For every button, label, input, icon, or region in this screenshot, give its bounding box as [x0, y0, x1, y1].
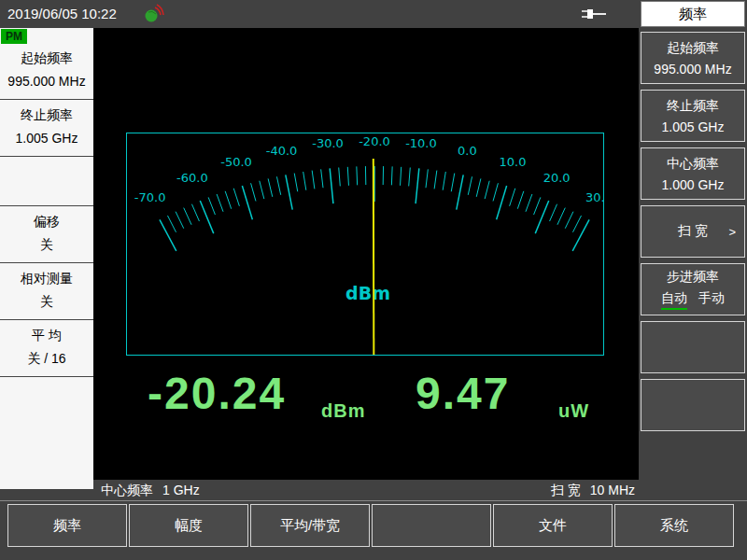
gauge-tick — [476, 178, 481, 196]
gauge-tick — [191, 204, 199, 221]
param-value: 关 — [0, 294, 93, 310]
meter-display: -70.0-60.0-50.0-40.0-30.0-20.0-10.00.010… — [93, 28, 639, 480]
softkey-stop-frequency[interactable]: 终止频率 1.005 GHz — [641, 90, 745, 142]
gauge-tick — [409, 167, 411, 186]
gauge-tick — [401, 167, 402, 186]
gauge-tick — [176, 212, 184, 229]
satellite-icon — [143, 4, 165, 24]
gauge-tick — [485, 181, 489, 199]
gauge-tick — [557, 208, 565, 225]
softkey-step-frequency[interactable]: 步进频率 自动 手动 — [641, 263, 745, 315]
gauge-tick — [510, 189, 515, 206]
gauge-tick — [321, 169, 323, 188]
gauge-tick — [233, 189, 239, 206]
param-label: 终止频率 — [0, 107, 93, 123]
analog-meter: -70.0-60.0-50.0-40.0-30.0-20.0-10.00.010… — [126, 133, 604, 356]
param-label: 偏移 — [0, 214, 93, 230]
meter-unit-label: dBm — [345, 283, 390, 303]
gauge-tick-label: -60.0 — [176, 171, 208, 185]
param-row-relative: 相对测量 关 — [0, 263, 93, 320]
softkey-blank-1[interactable] — [641, 321, 745, 373]
gauge-tick — [357, 166, 358, 185]
mode-badge-pm: PM — [1, 29, 27, 44]
gauge-tick — [443, 172, 445, 190]
gauge-tick — [217, 194, 223, 212]
step-auto-option[interactable]: 自动 — [661, 290, 687, 310]
bottom-bar-divider — [0, 500, 747, 501]
param-value: 关 — [0, 237, 93, 253]
gauge-tick — [251, 183, 256, 201]
dbm-unit-label: dBm — [321, 401, 365, 420]
gauge-tick — [167, 216, 176, 232]
gauge-tick-label: -40.0 — [266, 144, 298, 158]
gauge-tick — [391, 166, 392, 185]
softkey-start-frequency[interactable]: 起始频率 995.000 MHz — [641, 32, 745, 84]
gauge-tick — [434, 171, 437, 189]
gauge-tick — [572, 216, 581, 232]
softkey-value: 995.000 MHz — [654, 62, 731, 77]
power-reading-dbm: -20.24 — [148, 371, 286, 416]
softkey-value: 1.005 GHz — [662, 119, 725, 134]
datetime-text: 2019/06/05 10:22 — [7, 6, 117, 21]
gauge-tick — [294, 174, 298, 192]
gauge-tick — [208, 197, 215, 215]
gauge-tick-label: -50.0 — [220, 155, 252, 169]
param-row-stop-freq: 终止频率 1.005 GHz — [0, 100, 93, 157]
power-plug-icon — [579, 7, 609, 21]
gauge-tick — [534, 197, 541, 215]
menu-button-frequency[interactable]: 频率 — [7, 504, 127, 547]
step-manual-option[interactable]: 手动 — [698, 290, 725, 310]
softkey-label: 中心频率 — [667, 156, 719, 173]
softkey-value: 1.000 GHz — [662, 177, 725, 192]
span-status: 扫 宽10 MHz — [551, 483, 635, 499]
gauge-tick — [268, 178, 273, 196]
gauge-tick — [451, 174, 455, 192]
param-row-average: 平 均 关 / 16 — [0, 320, 93, 377]
gauge-tick — [184, 208, 191, 225]
menu-button-blank[interactable] — [372, 504, 491, 547]
menu-button-system[interactable]: 系统 — [614, 504, 734, 547]
gauge-tick — [457, 175, 463, 209]
top-status-bar: 2019/06/05 10:22 — [0, 0, 641, 28]
softkey-span[interactable]: 扫 宽 > — [641, 205, 745, 258]
gauge-tick — [312, 171, 315, 189]
status-row: 中心频率1 GHz 扫 宽10 MHz — [93, 480, 639, 500]
section-divider-gap — [0, 157, 93, 206]
gauge-tick — [242, 186, 252, 219]
meter-svg: -70.0-60.0-50.0-40.0-30.0-20.0-10.00.010… — [127, 133, 603, 355]
gauge-tick — [565, 212, 573, 229]
param-value: 995.000 MHz — [0, 74, 93, 90]
gauge-tick-label: -10.0 — [405, 136, 437, 150]
param-label: 平 均 — [0, 328, 93, 343]
gauge-tick-label: 20.0 — [543, 171, 571, 185]
gauge-tick — [426, 169, 428, 188]
gauge-tick — [260, 181, 264, 199]
gauge-tick — [276, 176, 280, 195]
gauge-tick — [347, 167, 348, 186]
menu-button-amplitude[interactable]: 幅度 — [129, 504, 248, 547]
param-label: 起始频率 — [0, 50, 93, 66]
gauge-tick — [286, 175, 292, 209]
gauge-tick — [468, 176, 472, 195]
span-label: 扫 宽 — [551, 483, 581, 497]
softkey-center-frequency[interactable]: 中心频率 1.000 GHz — [641, 147, 745, 200]
softkey-label: 起始频率 — [667, 40, 719, 57]
menu-button-file[interactable]: 文件 — [493, 504, 613, 547]
center-frequency-status: 中心频率1 GHz — [101, 483, 200, 499]
gauge-tick — [416, 168, 419, 203]
gauge-tick-label: 10.0 — [500, 155, 527, 169]
menu-button-average-bandwidth[interactable]: 平均/带宽 — [250, 504, 370, 547]
param-label: 相对测量 — [0, 271, 93, 287]
gauge-tick-label: 30.0 — [585, 190, 603, 204]
gauge-tick-label: -30.0 — [312, 136, 344, 150]
gauge-tick-label: 0.0 — [458, 144, 477, 158]
param-value: 1.005 GHz — [0, 131, 93, 147]
measurement-settings-panel: PM 起始频率 995.000 MHz 终止频率 1.005 GHz 偏移 关 … — [0, 28, 93, 489]
chevron-right-icon: > — [728, 225, 736, 239]
param-value: 关 / 16 — [0, 351, 93, 367]
softkey-label: 终止频率 — [667, 98, 719, 115]
center-frequency-label: 中心频率 — [101, 483, 153, 497]
param-row-offset: 偏移 关 — [0, 206, 93, 263]
gauge-tick — [339, 167, 341, 186]
softkey-blank-2[interactable] — [641, 379, 745, 431]
